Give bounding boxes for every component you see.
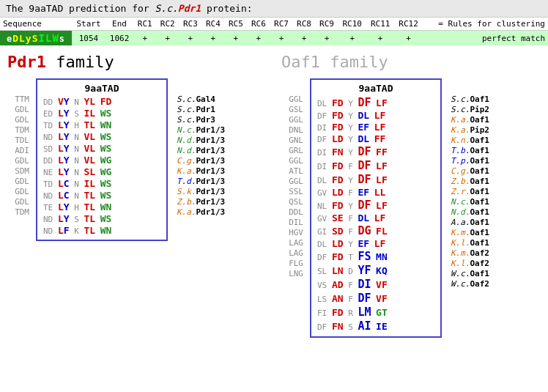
header-prefix: The 9aaTAD prediction for: [6, 3, 155, 14]
col-rc4: RC4: [201, 18, 224, 31]
col-rc7: RC7: [270, 18, 292, 31]
pdr1-tad-row-6: DD LY N VL WG: [43, 155, 160, 166]
oaf1-tad-header: 9aaTAD: [317, 83, 434, 94]
col-sequence: Sequence: [0, 18, 72, 31]
col-rc3: RC3: [179, 18, 201, 31]
pdr1-row-2: GDL: [7, 105, 32, 114]
pdr1-row-10: GDL: [7, 187, 32, 196]
rc5-value: +: [224, 31, 247, 46]
oaf1-tad-box: 9aaTAD DL FD Y DF LF DF FD Y DL: [310, 78, 442, 338]
oaf1-tad-row-9: NL FD Y DF LF: [317, 199, 434, 212]
oaf1-family-title: Oaf1 family: [281, 53, 541, 71]
oaf1-tad-row-1: DL FD Y DF LF: [317, 96, 434, 109]
oaf1-tad-row-16: LS AN F DF VF: [317, 292, 434, 305]
families-container: Pdr1 family TTM GDL GDL TDM TDL ADI GDL …: [0, 45, 548, 345]
pdr1-tad-row-4: ND LY N VL WS: [43, 131, 160, 142]
col-end: End: [105, 18, 133, 31]
pdr1-row-8: SDM: [7, 166, 32, 176]
col-rc1: RC1: [133, 18, 156, 31]
col-start: Start: [72, 18, 105, 31]
pdr1-tad-row-3: TD LY H TL WN: [43, 119, 160, 130]
pdr1-tad-row-5: SD LY N VL WS: [43, 143, 160, 154]
oaf1-tad-row-12: DL LD Y EF LF: [317, 238, 434, 249]
pdr1-tad-row-9: ND LC N TL WS: [43, 190, 160, 201]
rc2-value: +: [156, 31, 179, 46]
col-rc9: RC9: [316, 18, 338, 31]
header-protein: Pdr1: [178, 3, 201, 14]
oaf1-tad-row-8: GV LD F EF LL: [317, 187, 434, 198]
pdr1-tad-row-2: ED LY S IL WS: [43, 108, 160, 119]
header-suffix: protein:: [201, 3, 252, 14]
pdr1-tad-box: 9aaTAD DD VY N YL FD ED LY S IL: [36, 78, 168, 241]
pdr1-tad-row-8: TD LC N IL WS: [43, 178, 160, 189]
oaf1-tad-row-13: DF FD T FS MN: [317, 250, 434, 263]
oaf1-tad-row-18: DF FN S AI IE: [317, 319, 434, 333]
col-rules: = Rules for clustering: [423, 18, 548, 31]
pdr1-family: Pdr1 family TTM GDL GDL TDM TDL ADI GDL …: [0, 53, 274, 338]
oaf1-tad-row-15: VS AD F DI VF: [317, 278, 434, 291]
rc3-value: +: [179, 31, 201, 46]
pdr1-row-7: GDL: [7, 156, 32, 166]
rc4-value: +: [201, 31, 224, 46]
rc10-value: +: [338, 31, 366, 46]
oaf1-tad-row-5: DI FN Y DF FF: [317, 145, 434, 158]
rc12-value: +: [394, 31, 422, 46]
oaf1-prefix-col: GGL GSL GGL DNL GNL GRL GGL ATL GGL SSL …: [281, 78, 306, 279]
oaf1-tad-row-10: GV SE F DL LF: [317, 212, 434, 223]
col-rc2: RC2: [156, 18, 179, 31]
pdr1-row-12: TDM: [7, 207, 32, 217]
col-rc11: RC11: [366, 18, 394, 31]
page-header: The 9aaTAD prediction for S.c.Pdr1 prote…: [0, 0, 548, 18]
pdr1-row-9: GDL: [7, 177, 32, 186]
oaf1-tad-row-6: DI FD F DF LF: [317, 159, 434, 172]
pdr1-title-text: Pdr1: [7, 53, 46, 71]
pdr1-tad-header: 9aaTAD: [43, 83, 160, 94]
col-rc10: RC10: [338, 18, 366, 31]
col-rc5: RC5: [224, 18, 247, 31]
rc8-value: +: [292, 31, 315, 46]
col-rc6: RC6: [247, 18, 270, 31]
col-rc8: RC8: [292, 18, 315, 31]
pdr1-row-4: TDM: [7, 125, 32, 135]
pdr1-tad-row-12: ND LF K TL WN: [43, 225, 160, 236]
rc11-value: +: [366, 31, 394, 46]
pdr1-tad-row-11: ND LY S TL WS: [43, 213, 160, 224]
pdr1-row-5: TDL: [7, 136, 32, 145]
rc1-value: +: [133, 31, 156, 46]
pdr1-row-1: TTM: [7, 95, 32, 104]
oaf1-title-text: Oaf1 family: [281, 53, 388, 71]
sequence-value: eDLySILWs: [0, 31, 72, 46]
col-rc12: RC12: [394, 18, 422, 31]
pdr1-species-col: S.c.Gal4 S.c.Pdr1 S.c.Pdr3 N.c.Pdr1/3 N.…: [172, 78, 225, 218]
header-species: S.c.: [155, 3, 178, 14]
seq-end: 1062: [105, 31, 133, 46]
rc9-value: +: [316, 31, 338, 46]
oaf1-tad-row-17: FI FD R LM GT: [317, 306, 434, 319]
sequence-table: Sequence Start End RC1 RC2 RC3 RC4 RC5 R…: [0, 18, 548, 45]
pdr1-prefix-col: TTM GDL GDL TDM TDL ADI GDL SDM GDL GDL …: [7, 78, 32, 218]
oaf1-tad-row-11: GI SD F DG FL: [317, 224, 434, 237]
pdr1-tad-row-7: NE LY N SL WG: [43, 166, 160, 177]
pdr1-row-6: ADI: [7, 146, 32, 155]
result-value: perfect match: [423, 31, 548, 46]
pdr1-family-title: Pdr1 family: [7, 53, 267, 71]
oaf1-tad-row-2: DF FD Y DL LF: [317, 110, 434, 121]
oaf1-family: Oaf1 family GGL GSL GGL DNL GNL GRL GGL …: [274, 53, 548, 338]
rc7-value: +: [270, 31, 292, 46]
rc6-value: +: [247, 31, 270, 46]
seq-start: 1054: [72, 31, 105, 46]
pdr1-row-11: GDL: [7, 197, 32, 207]
pdr1-tad-row-10: TE LY H TL WN: [43, 201, 160, 212]
pdr1-row-3: GDL: [7, 115, 32, 125]
pdr1-tad-row-1: DD VY N YL FD: [43, 96, 160, 107]
oaf1-tad-row-4: DF LD Y DL FF: [317, 133, 434, 144]
pdr1-title-family: family: [46, 53, 114, 71]
oaf1-tad-row-3: DI FD Y EF LF: [317, 122, 434, 133]
oaf1-tad-row-14: SL LN D YF KQ: [317, 264, 434, 277]
oaf1-tad-row-7: DL FD Y DF LF: [317, 173, 434, 186]
oaf1-species-col: S.c.Oaf1 S.c.Pip2 K.a.Oaf1 K.a.Pip2 K.n.…: [446, 78, 489, 289]
